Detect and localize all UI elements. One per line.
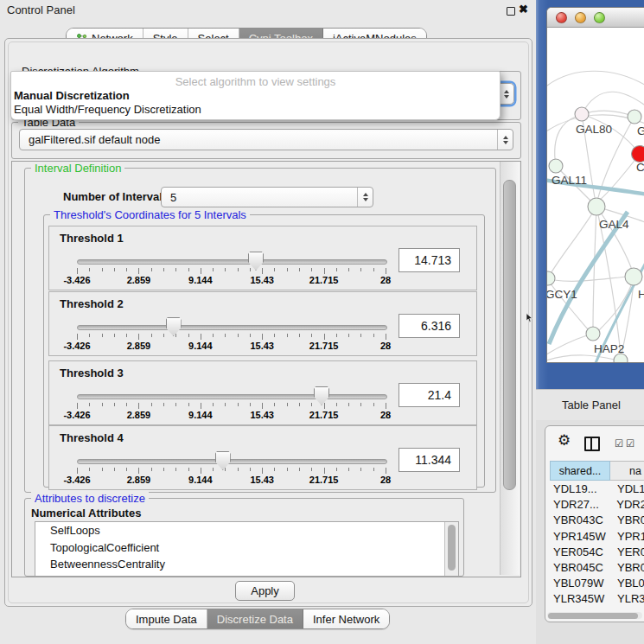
slider-tick	[360, 268, 361, 271]
combo-text: galFiltered.sif default node	[20, 133, 497, 146]
network-node[interactable]	[625, 268, 642, 285]
close-icon[interactable]: ✖	[519, 3, 528, 16]
slider-tick	[89, 334, 90, 337]
table-row[interactable]: YLR345WYLR3	[550, 591, 644, 607]
slider-tick-label: 28	[360, 475, 411, 485]
table-cell-name: YPR1	[615, 529, 644, 545]
number-of-intervals-label: Number of Intervals	[63, 190, 169, 203]
group-title: Interval Definition	[31, 162, 124, 175]
slider-tick	[373, 403, 374, 406]
checkbox-icon[interactable]: ☑	[615, 437, 623, 450]
table-row[interactable]: YBL079WYBL0	[550, 576, 644, 591]
tab-discretize-data[interactable]: Discretize Data	[207, 609, 303, 628]
slider-tick-label: 21.715	[298, 475, 350, 485]
horizontal-scrollbar-thumb[interactable]	[548, 613, 638, 619]
slider-tick-label: 2.859	[112, 475, 164, 485]
slider-tick	[360, 334, 361, 337]
slider-tick	[188, 334, 189, 337]
slider-tick	[225, 468, 226, 471]
network-node[interactable]	[549, 159, 563, 173]
slider-tick	[188, 403, 189, 406]
list-scrollbar-track[interactable]	[444, 522, 458, 576]
numerical-attribute-item[interactable]: TopologicalCoefficient	[35, 539, 458, 557]
threshold-slider-thumb[interactable]	[166, 317, 182, 336]
slider-tick-label: -3.426	[51, 410, 103, 420]
vertical-scrollbar-thumb[interactable]	[503, 180, 516, 490]
table-cell-shared-name: YDL19...	[550, 481, 615, 497]
slider-tick	[311, 468, 312, 471]
threshold-slider-track[interactable]	[77, 325, 387, 330]
threshold-value-field[interactable]: 6.316	[399, 314, 460, 338]
slider-tick	[324, 468, 325, 474]
slider-tick	[201, 468, 201, 474]
threshold-value-field[interactable]: 11.344	[399, 448, 460, 472]
network-node[interactable]	[547, 271, 555, 285]
slider-tick	[373, 334, 374, 337]
slider-tick	[311, 334, 312, 337]
network-node[interactable]	[588, 198, 605, 215]
table-row[interactable]: YBR043CYBR0	[550, 513, 644, 528]
threshold-slider-track[interactable]	[77, 259, 387, 265]
threshold-slider-track[interactable]	[77, 394, 387, 399]
network-node[interactable]	[614, 354, 628, 363]
slider-tick	[324, 334, 325, 340]
network-node[interactable]	[628, 110, 641, 124]
network-edge	[547, 71, 644, 88]
slider-tick	[336, 268, 337, 271]
float-window-icon[interactable]	[507, 7, 515, 16]
threshold-slider-thumb[interactable]	[215, 451, 231, 470]
table-cell-name: YIL0	[615, 608, 641, 612]
slider-tick-label: 28	[360, 275, 411, 285]
gear-icon[interactable]: ⚙	[558, 433, 571, 448]
slider-tick	[201, 403, 201, 409]
table-data-combobox[interactable]: galFiltered.sif default node	[19, 129, 513, 150]
network-node[interactable]	[586, 327, 600, 341]
tab-infer-network[interactable]: Infer Network	[303, 609, 389, 628]
column-header-shared-name[interactable]: shared...	[550, 461, 610, 481]
horizontal-scrollbar-track[interactable]	[547, 612, 642, 619]
apply-button[interactable]: Apply	[235, 581, 295, 601]
slider-tick	[102, 268, 103, 271]
group-title: Threshold's Coordinates for 5 Intervals	[50, 208, 250, 221]
slider-tick	[89, 403, 90, 406]
table-row[interactable]: YER054CYER0	[550, 545, 644, 560]
table-row[interactable]: YIL052CYIL0	[550, 608, 644, 612]
slider-tick	[287, 468, 288, 471]
table-row[interactable]: YBR045CYBR0	[550, 560, 644, 576]
slider-tick	[348, 268, 349, 271]
columns-icon[interactable]	[584, 437, 600, 451]
tab-impute-data[interactable]: Impute Data	[126, 609, 207, 628]
threshold-slider-thumb[interactable]	[314, 386, 329, 405]
table-cell-shared-name: YLR345W	[550, 591, 615, 607]
numerical-attribute-item[interactable]: BetweennessCentrality	[35, 556, 458, 573]
slider-tick	[77, 403, 78, 409]
network-node[interactable]	[632, 146, 644, 163]
slider-tick	[102, 403, 103, 406]
numerical-attribute-item[interactable]: SelfLoops	[35, 522, 458, 539]
number-of-intervals-combobox[interactable]: 5	[161, 187, 373, 207]
table-row[interactable]: YDR27...YDR2	[550, 497, 644, 513]
table-row[interactable]: YPR145WYPR1	[550, 529, 644, 545]
checkbox-icon[interactable]: ☑	[626, 437, 634, 450]
window-titlebar[interactable]	[547, 8, 644, 28]
popup-item-manual-discretization[interactable]: Manual Discretization	[14, 89, 130, 102]
network-edge	[554, 277, 627, 281]
numerical-attributes-list[interactable]: SelfLoopsTopologicalCoefficientBetweenne…	[35, 521, 459, 577]
network-node[interactable]	[575, 107, 589, 121]
threshold-value-field[interactable]: 21.4	[399, 383, 460, 407]
slider-tick	[324, 268, 325, 274]
slider-tick	[138, 468, 139, 474]
threshold-slider-track[interactable]	[77, 459, 387, 464]
minimize-light[interactable]	[575, 12, 586, 23]
column-header-name[interactable]: na	[610, 461, 644, 481]
slider-tick	[360, 403, 361, 406]
list-scrollbar-thumb[interactable]	[448, 525, 456, 571]
zoom-light[interactable]	[594, 12, 605, 23]
slider-tick	[299, 334, 300, 337]
threshold-label: Threshold 3	[60, 367, 124, 379]
table-row[interactable]: YDL19...YDL1	[550, 481, 644, 497]
close-light[interactable]	[556, 12, 567, 23]
popup-item-equal-width-frequency[interactable]: Equal Width/Frequency Discretization	[14, 103, 201, 116]
threshold-value-field[interactable]: 14.713	[399, 248, 460, 272]
network-canvas[interactable]: GAL80GACGAL11GAL4GCY1HHAP2	[547, 28, 644, 363]
